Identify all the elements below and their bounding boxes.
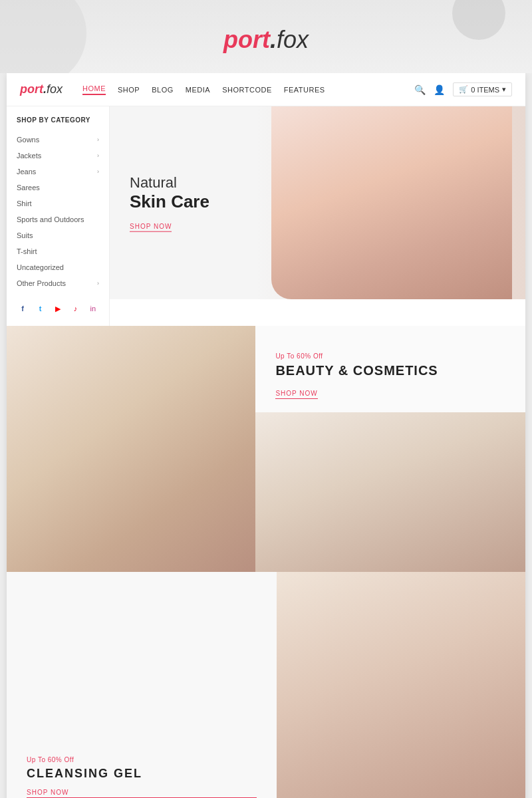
hero-banner: Natural Skin Care SHOP NOW: [110, 106, 525, 299]
chevron-right-icon: ›: [97, 280, 99, 287]
cleansing-left: Up To 60% Off CLEANSING GEL SHOP NOW: [7, 572, 277, 798]
sidebar: SHOP BY CATEGORY Gowns › Jackets › Jeans…: [7, 106, 110, 326]
sidebar-item-label: Suits: [17, 231, 33, 239]
cleansing-title: CLEANSING GEL: [27, 767, 257, 781]
cart-items-count: 0 ITEMS: [471, 86, 499, 94]
sidebar-item-jackets[interactable]: Jackets ›: [17, 148, 99, 164]
sidebar-title: SHOP BY CATEGORY: [17, 116, 99, 124]
beauty-discount-label: Up To 60% Off: [275, 352, 505, 360]
chevron-right-icon: ›: [97, 152, 99, 159]
hero-shop-now-link[interactable]: SHOP NOW: [130, 222, 172, 231]
search-icon[interactable]: 🔍: [414, 84, 426, 95]
cleansing-right-image: [277, 572, 525, 798]
cleansing-discount-label: Up To 60% Off: [27, 756, 257, 763]
sidebar-item-label: Shirt: [17, 200, 32, 207]
hero-image: [271, 106, 513, 299]
cleansing-shop-now-link[interactable]: SHOP NOW: [27, 789, 257, 798]
youtube-icon[interactable]: ▶: [52, 301, 64, 316]
nav-links: HOME SHOP BLOG MEDIA SHORTCODE FEATURES: [82, 84, 414, 95]
beauty-model-image: [7, 326, 255, 572]
sidebar-item-label: Other Products: [17, 279, 66, 287]
sidebar-item-label: Gowns: [17, 136, 39, 144]
main-container: port.fox HOME SHOP BLOG MEDIA SHORTCODE …: [7, 73, 525, 798]
nav-shop[interactable]: SHOP: [118, 86, 140, 94]
nav-logo[interactable]: port.fox: [20, 82, 63, 96]
beauty-section: Up To 60% Off BEAUTY & COSMETICS SHOP NO…: [7, 326, 525, 572]
beauty-shop-now-link[interactable]: SHOP NOW: [275, 390, 317, 399]
hero-text: Natural Skin Care SHOP NOW: [130, 174, 209, 232]
logo-port-large: port: [223, 26, 270, 53]
sidebar-item-other[interactable]: Other Products ›: [17, 275, 99, 291]
main-content: Natural Skin Care SHOP NOW: [110, 106, 525, 326]
nav-home[interactable]: HOME: [82, 84, 106, 95]
sidebar-item-uncategorized[interactable]: Uncategorized: [17, 259, 99, 275]
logo-fox-large: fox: [277, 26, 309, 53]
beauty-right-image: [255, 412, 525, 572]
sidebar-item-sports[interactable]: Sports and Outdoors: [17, 211, 99, 227]
beauty-right: Up To 60% Off BEAUTY & COSMETICS SHOP NO…: [255, 326, 525, 572]
hero-title: Skin Care: [130, 192, 209, 212]
nav-icons: 🔍 👤 🛒 0 ITEMS ▾: [414, 82, 512, 96]
nav-shortcode[interactable]: SHORTCODE: [222, 86, 272, 94]
sidebar-item-sarees[interactable]: Sarees: [17, 180, 99, 196]
chevron-right-icon: ›: [97, 136, 99, 143]
facebook-icon[interactable]: f: [17, 301, 29, 316]
beauty-promo: Up To 60% Off BEAUTY & COSMETICS SHOP NO…: [255, 326, 525, 412]
cleansing-section: Up To 60% Off CLEANSING GEL SHOP NOW: [7, 572, 525, 798]
top-hero-area: port.fox: [0, 0, 532, 73]
nav-blog[interactable]: BLOG: [152, 86, 174, 94]
pinterest-icon[interactable]: ♪: [69, 301, 81, 316]
sidebar-item-gowns[interactable]: Gowns ›: [17, 132, 99, 148]
sidebar-social: f t ▶ ♪ in: [17, 301, 99, 316]
nav-media[interactable]: MEDIA: [186, 86, 210, 94]
cart-button[interactable]: 🛒 0 ITEMS ▾: [453, 82, 512, 96]
sidebar-item-tshirt[interactable]: T-shirt: [17, 243, 99, 259]
top-nav: port.fox HOME SHOP BLOG MEDIA SHORTCODE …: [7, 73, 525, 106]
nav-logo-fox: fox: [47, 82, 63, 96]
sidebar-item-jeans[interactable]: Jeans ›: [17, 164, 99, 180]
beauty-left-image: [7, 326, 255, 572]
nav-logo-port: port: [20, 82, 43, 96]
sidebar-item-suits[interactable]: Suits: [17, 227, 99, 243]
sidebar-item-label: Jackets: [17, 152, 41, 160]
sidebar-item-label: Sarees: [17, 184, 40, 192]
twitter-icon[interactable]: t: [34, 301, 46, 316]
chevron-right-icon: ›: [97, 168, 99, 175]
cart-icon: 🛒: [459, 85, 468, 94]
account-icon[interactable]: 👤: [434, 84, 445, 95]
logo-dot-large: .: [270, 26, 277, 53]
sidebar-item-label: Sports and Outdoors: [17, 215, 84, 223]
sidebar-item-shirt[interactable]: Shirt: [17, 196, 99, 211]
sidebar-item-label: Uncategorized: [17, 263, 64, 271]
large-logo: port.fox: [223, 13, 309, 61]
instagram-icon[interactable]: in: [87, 301, 99, 316]
content-area: SHOP BY CATEGORY Gowns › Jackets › Jeans…: [7, 106, 525, 326]
nav-features[interactable]: FEATURES: [284, 86, 325, 94]
sidebar-item-label: T-shirt: [17, 247, 37, 255]
sidebar-item-label: Jeans: [17, 168, 36, 176]
cart-chevron-icon: ▾: [502, 85, 506, 94]
hero-subtitle: Natural: [130, 174, 209, 192]
beauty-title: BEAUTY & COSMETICS: [275, 363, 505, 378]
page-wrapper: port.fox port.fox HOME SHOP BLOG MEDIA S…: [0, 0, 532, 798]
